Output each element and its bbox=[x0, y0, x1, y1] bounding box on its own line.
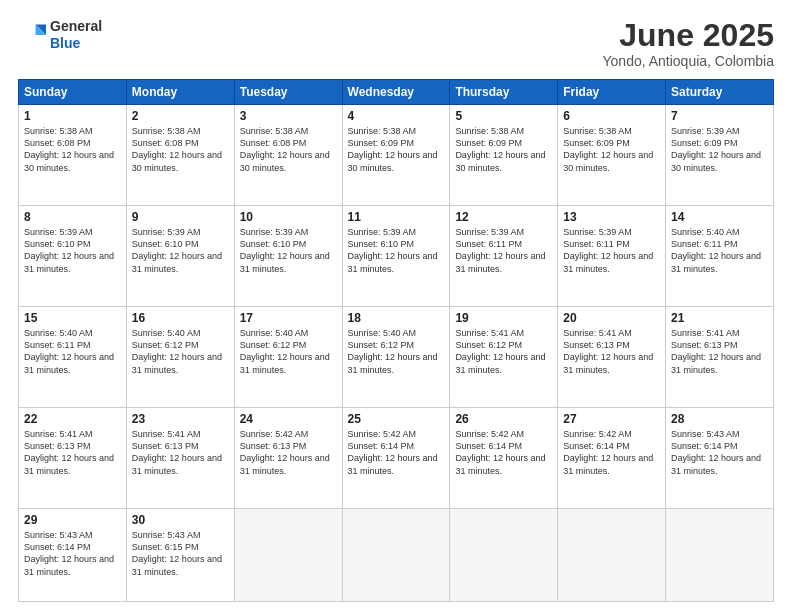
calendar-day-cell: 9 Sunrise: 5:39 AMSunset: 6:10 PMDayligh… bbox=[126, 206, 234, 307]
day-number: 8 bbox=[24, 210, 121, 224]
calendar-day-cell: 13 Sunrise: 5:39 AMSunset: 6:11 PMDaylig… bbox=[558, 206, 666, 307]
day-number: 30 bbox=[132, 513, 229, 527]
day-info: Sunrise: 5:38 AMSunset: 6:09 PMDaylight:… bbox=[563, 125, 660, 174]
calendar-day-cell bbox=[666, 509, 774, 602]
day-number: 25 bbox=[348, 412, 445, 426]
day-info: Sunrise: 5:42 AMSunset: 6:14 PMDaylight:… bbox=[455, 428, 552, 477]
calendar-day-cell: 27 Sunrise: 5:42 AMSunset: 6:14 PMDaylig… bbox=[558, 408, 666, 509]
calendar-day-cell: 29 Sunrise: 5:43 AMSunset: 6:14 PMDaylig… bbox=[19, 509, 127, 602]
calendar-week-row: 22 Sunrise: 5:41 AMSunset: 6:13 PMDaylig… bbox=[19, 408, 774, 509]
day-number: 16 bbox=[132, 311, 229, 325]
calendar-day-cell: 23 Sunrise: 5:41 AMSunset: 6:13 PMDaylig… bbox=[126, 408, 234, 509]
day-number: 15 bbox=[24, 311, 121, 325]
weekday-header-cell: Monday bbox=[126, 80, 234, 105]
calendar-day-cell: 4 Sunrise: 5:38 AMSunset: 6:09 PMDayligh… bbox=[342, 105, 450, 206]
day-info: Sunrise: 5:38 AMSunset: 6:09 PMDaylight:… bbox=[348, 125, 445, 174]
calendar-day-cell: 5 Sunrise: 5:38 AMSunset: 6:09 PMDayligh… bbox=[450, 105, 558, 206]
calendar-day-cell bbox=[342, 509, 450, 602]
day-number: 4 bbox=[348, 109, 445, 123]
day-number: 21 bbox=[671, 311, 768, 325]
weekday-header-row: SundayMondayTuesdayWednesdayThursdayFrid… bbox=[19, 80, 774, 105]
day-number: 10 bbox=[240, 210, 337, 224]
day-info: Sunrise: 5:39 AMSunset: 6:10 PMDaylight:… bbox=[240, 226, 337, 275]
calendar-day-cell: 21 Sunrise: 5:41 AMSunset: 6:13 PMDaylig… bbox=[666, 307, 774, 408]
header: General Blue June 2025 Yondo, Antioquia,… bbox=[18, 18, 774, 69]
weekday-header-cell: Sunday bbox=[19, 80, 127, 105]
month-title: June 2025 bbox=[603, 18, 775, 53]
day-number: 2 bbox=[132, 109, 229, 123]
calendar-week-row: 8 Sunrise: 5:39 AMSunset: 6:10 PMDayligh… bbox=[19, 206, 774, 307]
location-subtitle: Yondo, Antioquia, Colombia bbox=[603, 53, 775, 69]
weekday-header-cell: Tuesday bbox=[234, 80, 342, 105]
day-info: Sunrise: 5:43 AMSunset: 6:14 PMDaylight:… bbox=[24, 529, 121, 578]
day-number: 7 bbox=[671, 109, 768, 123]
day-number: 13 bbox=[563, 210, 660, 224]
calendar-day-cell: 14 Sunrise: 5:40 AMSunset: 6:11 PMDaylig… bbox=[666, 206, 774, 307]
title-block: June 2025 Yondo, Antioquia, Colombia bbox=[603, 18, 775, 69]
day-info: Sunrise: 5:43 AMSunset: 6:15 PMDaylight:… bbox=[132, 529, 229, 578]
day-number: 26 bbox=[455, 412, 552, 426]
day-info: Sunrise: 5:42 AMSunset: 6:13 PMDaylight:… bbox=[240, 428, 337, 477]
page: General Blue June 2025 Yondo, Antioquia,… bbox=[0, 0, 792, 612]
calendar-day-cell: 7 Sunrise: 5:39 AMSunset: 6:09 PMDayligh… bbox=[666, 105, 774, 206]
calendar-day-cell: 28 Sunrise: 5:43 AMSunset: 6:14 PMDaylig… bbox=[666, 408, 774, 509]
calendar-day-cell: 18 Sunrise: 5:40 AMSunset: 6:12 PMDaylig… bbox=[342, 307, 450, 408]
day-number: 3 bbox=[240, 109, 337, 123]
calendar-day-cell bbox=[558, 509, 666, 602]
day-number: 18 bbox=[348, 311, 445, 325]
calendar-day-cell: 11 Sunrise: 5:39 AMSunset: 6:10 PMDaylig… bbox=[342, 206, 450, 307]
day-info: Sunrise: 5:39 AMSunset: 6:10 PMDaylight:… bbox=[132, 226, 229, 275]
calendar-day-cell: 8 Sunrise: 5:39 AMSunset: 6:10 PMDayligh… bbox=[19, 206, 127, 307]
calendar-day-cell: 10 Sunrise: 5:39 AMSunset: 6:10 PMDaylig… bbox=[234, 206, 342, 307]
day-info: Sunrise: 5:41 AMSunset: 6:12 PMDaylight:… bbox=[455, 327, 552, 376]
day-info: Sunrise: 5:41 AMSunset: 6:13 PMDaylight:… bbox=[563, 327, 660, 376]
day-info: Sunrise: 5:38 AMSunset: 6:08 PMDaylight:… bbox=[240, 125, 337, 174]
calendar-day-cell: 22 Sunrise: 5:41 AMSunset: 6:13 PMDaylig… bbox=[19, 408, 127, 509]
logo-general: General bbox=[50, 18, 102, 34]
calendar-body: 1 Sunrise: 5:38 AMSunset: 6:08 PMDayligh… bbox=[19, 105, 774, 602]
day-info: Sunrise: 5:41 AMSunset: 6:13 PMDaylight:… bbox=[671, 327, 768, 376]
day-info: Sunrise: 5:42 AMSunset: 6:14 PMDaylight:… bbox=[348, 428, 445, 477]
calendar-table: SundayMondayTuesdayWednesdayThursdayFrid… bbox=[18, 79, 774, 602]
day-info: Sunrise: 5:39 AMSunset: 6:10 PMDaylight:… bbox=[24, 226, 121, 275]
day-number: 1 bbox=[24, 109, 121, 123]
day-number: 11 bbox=[348, 210, 445, 224]
day-info: Sunrise: 5:39 AMSunset: 6:10 PMDaylight:… bbox=[348, 226, 445, 275]
day-number: 19 bbox=[455, 311, 552, 325]
calendar-day-cell: 17 Sunrise: 5:40 AMSunset: 6:12 PMDaylig… bbox=[234, 307, 342, 408]
calendar-week-row: 1 Sunrise: 5:38 AMSunset: 6:08 PMDayligh… bbox=[19, 105, 774, 206]
logo-text: General Blue bbox=[50, 18, 102, 52]
day-number: 29 bbox=[24, 513, 121, 527]
calendar-day-cell: 20 Sunrise: 5:41 AMSunset: 6:13 PMDaylig… bbox=[558, 307, 666, 408]
day-number: 14 bbox=[671, 210, 768, 224]
day-info: Sunrise: 5:40 AMSunset: 6:12 PMDaylight:… bbox=[240, 327, 337, 376]
day-info: Sunrise: 5:39 AMSunset: 6:11 PMDaylight:… bbox=[563, 226, 660, 275]
day-number: 27 bbox=[563, 412, 660, 426]
calendar-day-cell: 12 Sunrise: 5:39 AMSunset: 6:11 PMDaylig… bbox=[450, 206, 558, 307]
calendar-week-row: 29 Sunrise: 5:43 AMSunset: 6:14 PMDaylig… bbox=[19, 509, 774, 602]
day-info: Sunrise: 5:39 AMSunset: 6:09 PMDaylight:… bbox=[671, 125, 768, 174]
day-info: Sunrise: 5:42 AMSunset: 6:14 PMDaylight:… bbox=[563, 428, 660, 477]
calendar-day-cell: 15 Sunrise: 5:40 AMSunset: 6:11 PMDaylig… bbox=[19, 307, 127, 408]
calendar-day-cell bbox=[450, 509, 558, 602]
calendar-day-cell: 3 Sunrise: 5:38 AMSunset: 6:08 PMDayligh… bbox=[234, 105, 342, 206]
day-number: 6 bbox=[563, 109, 660, 123]
weekday-header-cell: Saturday bbox=[666, 80, 774, 105]
day-info: Sunrise: 5:43 AMSunset: 6:14 PMDaylight:… bbox=[671, 428, 768, 477]
day-info: Sunrise: 5:38 AMSunset: 6:08 PMDaylight:… bbox=[132, 125, 229, 174]
calendar-week-row: 15 Sunrise: 5:40 AMSunset: 6:11 PMDaylig… bbox=[19, 307, 774, 408]
calendar-day-cell: 2 Sunrise: 5:38 AMSunset: 6:08 PMDayligh… bbox=[126, 105, 234, 206]
calendar-day-cell: 1 Sunrise: 5:38 AMSunset: 6:08 PMDayligh… bbox=[19, 105, 127, 206]
calendar-day-cell: 24 Sunrise: 5:42 AMSunset: 6:13 PMDaylig… bbox=[234, 408, 342, 509]
day-number: 12 bbox=[455, 210, 552, 224]
day-info: Sunrise: 5:40 AMSunset: 6:12 PMDaylight:… bbox=[348, 327, 445, 376]
calendar-day-cell: 26 Sunrise: 5:42 AMSunset: 6:14 PMDaylig… bbox=[450, 408, 558, 509]
calendar-day-cell: 16 Sunrise: 5:40 AMSunset: 6:12 PMDaylig… bbox=[126, 307, 234, 408]
day-number: 22 bbox=[24, 412, 121, 426]
weekday-header-cell: Thursday bbox=[450, 80, 558, 105]
weekday-header-cell: Wednesday bbox=[342, 80, 450, 105]
day-info: Sunrise: 5:40 AMSunset: 6:12 PMDaylight:… bbox=[132, 327, 229, 376]
weekday-header-cell: Friday bbox=[558, 80, 666, 105]
logo-blue: Blue bbox=[50, 35, 80, 51]
logo-icon bbox=[18, 21, 46, 49]
